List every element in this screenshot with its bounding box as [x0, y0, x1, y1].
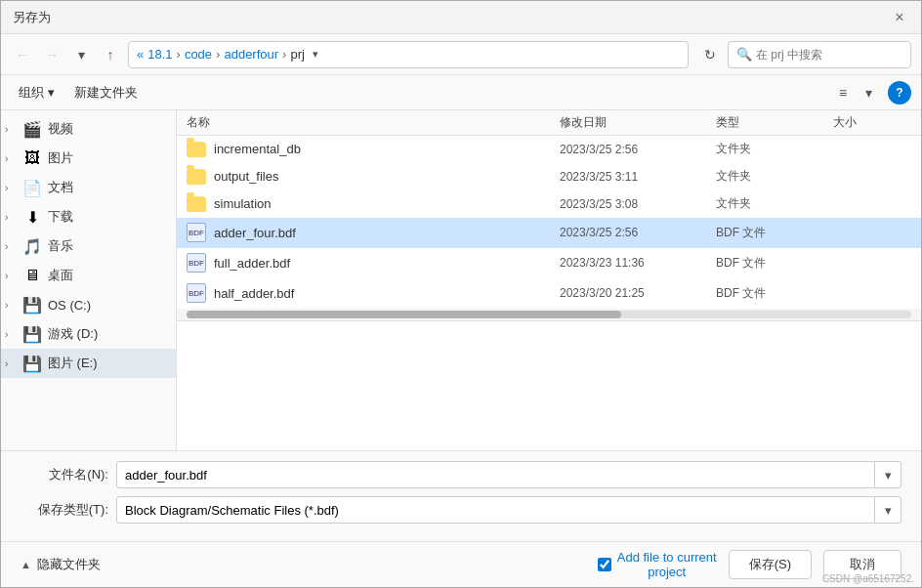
- downloads-icon: ⬇: [22, 207, 42, 227]
- add-to-project-checkbox-label[interactable]: Add file to currentproject: [598, 550, 717, 579]
- col-date[interactable]: 修改日期: [560, 114, 716, 131]
- watermark: CSDN @a65167252.: [822, 573, 914, 584]
- sidebar-item-video[interactable]: › 🎬 视频: [1, 114, 176, 144]
- expand-arrow: ›: [5, 358, 17, 369]
- file-name-cell: simulation: [187, 196, 560, 212]
- file-name: incremental_db: [214, 142, 301, 156]
- file-name: simulation: [214, 196, 272, 211]
- view-icon-button[interactable]: ≡: [831, 81, 855, 105]
- organize-button[interactable]: 组织 ▾: [11, 81, 63, 105]
- e-drive-icon: 💾: [22, 354, 42, 373]
- sidebar-item-pictures[interactable]: › 🖼 图片: [1, 144, 176, 173]
- table-row[interactable]: BDF adder_four.bdf 2023/3/25 2:56 BDF 文件: [177, 218, 921, 248]
- file-name-cell: output_files: [187, 169, 560, 185]
- breadcrumb-sep-3: ›: [282, 47, 286, 62]
- refresh-button[interactable]: ↻: [698, 43, 722, 66]
- view-dropdown-button[interactable]: ▾: [857, 81, 880, 105]
- table-row[interactable]: BDF full_adder.bdf 2023/3/23 11:36 BDF 文…: [177, 248, 921, 278]
- file-date: 2023/3/25 2:56: [560, 226, 716, 239]
- expand-arrow: ›: [5, 241, 17, 252]
- file-name: full_adder.bdf: [214, 256, 290, 271]
- hide-folders-button[interactable]: ▲ 隐藏文件夹: [21, 556, 101, 573]
- scrollbar-area: [177, 309, 921, 321]
- breadcrumb-dropdown-icon: ▾: [313, 48, 318, 61]
- table-row[interactable]: simulation 2023/3/25 3:08 文件夹: [177, 190, 921, 218]
- sidebar-label-desktop: 桌面: [48, 267, 73, 284]
- sidebar-item-d-drive[interactable]: › 💾 游戏 (D:): [1, 319, 176, 349]
- expand-arrow: ›: [5, 183, 17, 193]
- sidebar-label-c-drive: OS (C:): [48, 298, 91, 313]
- bdf-icon: BDF: [187, 223, 206, 242]
- table-row[interactable]: incremental_db 2023/3/25 2:56 文件夹: [177, 136, 921, 163]
- file-date: 2023/3/25 3:08: [560, 197, 716, 211]
- filename-label: 文件名(N):: [21, 466, 108, 483]
- bdf-icon: BDF: [187, 253, 206, 273]
- desktop-icon: 🖥: [22, 266, 42, 285]
- file-name-cell: BDF adder_four.bdf: [187, 223, 560, 242]
- c-drive-icon: 💾: [22, 295, 42, 315]
- file-type: 文件夹: [716, 195, 833, 212]
- up-button[interactable]: ↑: [99, 43, 122, 66]
- filetype-dropdown-button[interactable]: ▾: [874, 496, 901, 524]
- nav-toolbar: ← → ▾ ↑ « 18.1 › code › adderfour › prj …: [1, 34, 921, 75]
- sidebar-item-e-drive[interactable]: › 💾 图片 (E:): [1, 349, 176, 378]
- sidebar: › 🎬 视频 › 🖼 图片 › 📄 文档 › ⬇ 下载 › 🎵: [1, 110, 177, 450]
- sidebar-label-documents: 文档: [48, 179, 73, 196]
- breadcrumb-sep-2: ›: [216, 47, 220, 62]
- dialog-title: 另存为: [13, 9, 51, 26]
- scrollbar-thumb[interactable]: [187, 311, 621, 318]
- folder-icon: [187, 142, 206, 157]
- documents-icon: 📄: [22, 178, 42, 197]
- sidebar-item-desktop[interactable]: › 🖥 桌面: [1, 261, 176, 290]
- breadcrumb-part-3: adderfour: [224, 47, 278, 62]
- main-area: › 🎬 视频 › 🖼 图片 › 📄 文档 › ⬇ 下载 › 🎵: [1, 110, 921, 450]
- col-name[interactable]: 名称: [187, 114, 560, 131]
- filetype-input[interactable]: [116, 496, 901, 524]
- add-to-project-checkbox[interactable]: [598, 558, 611, 571]
- title-bar: 另存为 ×: [1, 1, 921, 34]
- table-row[interactable]: output_files 2023/3/25 3:11 文件夹: [177, 163, 921, 190]
- close-button[interactable]: ×: [890, 8, 909, 27]
- help-button[interactable]: ?: [888, 81, 911, 105]
- col-type[interactable]: 类型: [716, 114, 833, 131]
- file-list-header: 名称 修改日期 类型 大小: [177, 110, 921, 136]
- save-button[interactable]: 保存(S): [729, 550, 812, 579]
- sidebar-label-downloads: 下载: [48, 208, 73, 226]
- music-icon: 🎵: [22, 236, 42, 256]
- pictures-icon: 🖼: [22, 148, 42, 168]
- sidebar-item-documents[interactable]: › 📄 文档: [1, 173, 176, 202]
- file-name-cell: BDF half_adder.bdf: [187, 283, 560, 303]
- bdf-icon: BDF: [187, 283, 206, 303]
- view-buttons: ≡ ▾: [831, 81, 880, 105]
- dropdown-button[interactable]: ▾: [69, 43, 93, 66]
- folder-icon: [187, 196, 206, 212]
- back-button[interactable]: ←: [11, 43, 34, 66]
- file-date: 2023/3/23 11:36: [560, 256, 716, 270]
- sidebar-item-downloads[interactable]: › ⬇ 下载: [1, 202, 176, 231]
- filename-dropdown-button[interactable]: ▾: [874, 461, 901, 488]
- filename-row: 文件名(N): ▾: [21, 461, 901, 488]
- sidebar-item-c-drive[interactable]: › 💾 OS (C:): [1, 290, 176, 319]
- expand-arrow: ›: [5, 329, 17, 340]
- table-row[interactable]: BDF half_adder.bdf 2023/3/20 21:25 BDF 文…: [177, 278, 921, 309]
- col-size[interactable]: 大小: [833, 114, 911, 131]
- forward-button[interactable]: →: [40, 43, 63, 66]
- horizontal-scrollbar[interactable]: [187, 311, 911, 318]
- filetype-row: 保存类型(T): ▾: [21, 496, 901, 524]
- breadcrumb-part-1: 18.1: [147, 47, 172, 62]
- filetype-label: 保存类型(T):: [21, 501, 108, 519]
- breadcrumb-prefix: «: [137, 47, 144, 62]
- bottom-area: 文件名(N): ▾ 保存类型(T): ▾: [1, 450, 921, 541]
- file-date: 2023/3/25 2:56: [560, 143, 716, 156]
- sidebar-item-music[interactable]: › 🎵 音乐: [1, 231, 176, 261]
- d-drive-icon: 💾: [22, 324, 42, 344]
- new-folder-button[interactable]: 新建文件夹: [66, 81, 146, 105]
- file-type: BDF 文件: [716, 285, 833, 302]
- filename-input[interactable]: [116, 461, 901, 488]
- breadcrumb-bar[interactable]: « 18.1 › code › adderfour › prj ▾: [128, 41, 689, 68]
- sidebar-label-video: 视频: [48, 120, 73, 138]
- expand-arrow: ›: [5, 300, 17, 311]
- search-input[interactable]: [756, 48, 902, 62]
- file-name-cell: incremental_db: [187, 142, 560, 157]
- filetype-input-wrap: ▾: [116, 496, 901, 524]
